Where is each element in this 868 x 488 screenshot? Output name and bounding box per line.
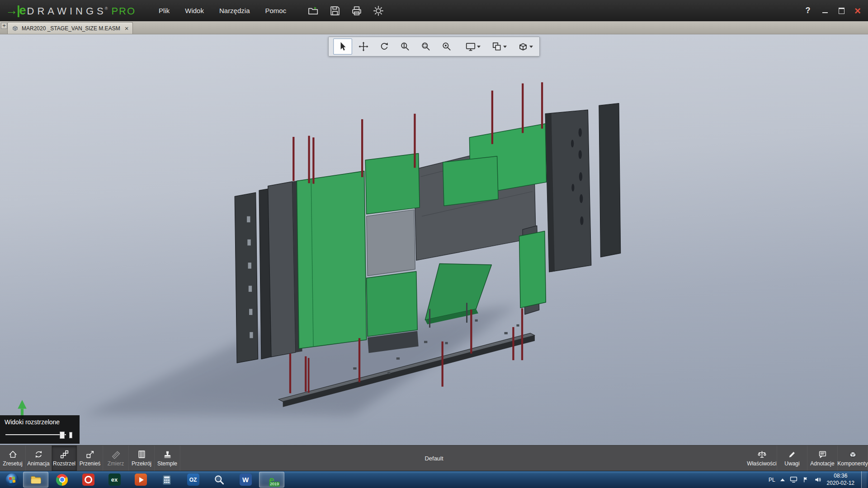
explode-button[interactable]: Rozstrzel	[52, 446, 77, 471]
tray-expand-icon[interactable]	[780, 479, 785, 481]
select-tool-button[interactable]	[333, 38, 352, 55]
new-tab-button[interactable]: +	[1, 23, 7, 29]
display-style-button[interactable]	[490, 38, 509, 55]
exploded-views-panel: Widoki rozstrzelone	[0, 415, 80, 444]
media-player-icon	[135, 474, 147, 486]
model-viewport[interactable]: Widoki rozstrzelone	[0, 34, 868, 445]
home-icon	[8, 450, 18, 459]
tray-display-icon[interactable]	[790, 476, 797, 483]
word-badge: W	[240, 474, 252, 486]
calculator-icon	[161, 474, 173, 486]
chrome-icon	[56, 474, 68, 486]
measure-button[interactable]: Zmierz	[103, 446, 129, 471]
edrawings-taskbar-icon: e 2019	[265, 474, 278, 486]
taskbar-explorer[interactable]	[23, 472, 48, 488]
move-component-icon	[85, 450, 95, 459]
stamps-button[interactable]: Stemple	[155, 446, 180, 471]
taskbar-excel-shortcut[interactable]: ex	[102, 472, 127, 488]
section-button[interactable]: Przekrój	[129, 446, 155, 471]
windows-orb-icon	[5, 473, 19, 487]
explode-slider-end	[69, 432, 72, 438]
explode-slider-track[interactable]	[5, 434, 66, 435]
tray-flag-icon[interactable]	[802, 476, 809, 483]
rotate-icon	[379, 41, 390, 52]
zoom-tool-button[interactable]	[396, 38, 415, 55]
tab-document-icon	[12, 25, 19, 32]
settings-gear-icon[interactable]	[371, 3, 386, 19]
document-tab[interactable]: MAR2020 _STAGE_VAN_SIZE M.EASM ×	[7, 22, 133, 34]
pan-tool-button[interactable]	[354, 38, 373, 55]
clock-date: 2020-02-12	[827, 480, 854, 486]
search-icon	[213, 474, 225, 486]
excel-badge: ex	[108, 474, 121, 486]
folder-icon	[30, 474, 42, 486]
comments-button[interactable]: Uwagi	[777, 446, 807, 471]
print-icon[interactable]	[349, 3, 364, 19]
cube-icon	[518, 41, 528, 52]
configuration-name: Default	[425, 455, 443, 462]
zoom-fit-icon	[441, 41, 452, 52]
tab-close-icon[interactable]: ×	[125, 26, 129, 31]
chevron-down-icon	[503, 46, 507, 48]
chevron-down-icon	[477, 46, 481, 48]
save-icon[interactable]	[327, 3, 343, 19]
taskbar-media-player[interactable]	[128, 472, 153, 488]
red-app-icon	[82, 474, 94, 486]
clock-time: 08:36	[834, 473, 847, 479]
menu-narzedzia[interactable]: Narzędzia	[212, 0, 258, 21]
section-icon	[137, 450, 146, 459]
windows-taskbar: ex OZ W e 2019 PL 08:36 2020-02-12	[0, 471, 868, 488]
logo-pro: PRO	[111, 5, 136, 17]
zoom-area-icon	[420, 41, 431, 52]
system-tray: PL 08:36 2020-02-12	[769, 471, 868, 488]
taskbar-search[interactable]	[207, 472, 232, 488]
taskbar-word[interactable]: W	[233, 472, 258, 488]
help-button[interactable]: ?	[800, 6, 816, 15]
document-tabbar: + MAR2020 _STAGE_VAN_SIZE M.EASM ×	[0, 21, 868, 34]
taskbar-outlook[interactable]: OZ	[180, 472, 206, 488]
stamp-icon	[163, 450, 172, 459]
logo-arrow-e-icon: →|e	[5, 4, 25, 18]
tray-clock[interactable]: 08:36 2020-02-12	[827, 473, 854, 487]
menu-pomoc[interactable]: Pomoc	[257, 0, 294, 21]
taskbar-chrome[interactable]	[49, 472, 75, 488]
pan-icon	[358, 41, 369, 52]
animation-button[interactable]: Animacja	[26, 446, 52, 471]
components-button[interactable]: Komponenty	[838, 446, 868, 471]
zoom-fit-button[interactable]	[437, 38, 456, 55]
tray-volume-icon[interactable]	[814, 476, 822, 483]
show-desktop-button[interactable]	[861, 471, 867, 488]
taskbar-edrawings[interactable]: e 2019	[259, 472, 284, 488]
annotations-button[interactable]: Adnotacje	[807, 446, 838, 471]
move-button[interactable]: Przenieś	[77, 446, 103, 471]
menu-plik[interactable]: Plik	[151, 0, 177, 21]
maximize-button[interactable]	[835, 5, 848, 17]
annotation-icon	[818, 450, 827, 459]
titlebar: →|e DRAWINGS ® PRO Plik Widok Narzędzia …	[0, 0, 868, 21]
select-arrow-icon	[337, 41, 348, 52]
zoom-area-button[interactable]	[416, 38, 435, 55]
explode-icon	[60, 450, 69, 459]
commandbar: Zresetuj Animacja Rozstrzel Przenieś Zmi…	[0, 445, 868, 471]
taskbar-app-red[interactable]	[75, 472, 101, 488]
logo-name: DRAWINGS	[27, 5, 107, 17]
explode-slider-handle[interactable]	[60, 432, 65, 439]
reset-button[interactable]: Zresetuj	[0, 446, 26, 471]
close-button[interactable]: ×	[851, 5, 864, 17]
exploded-assembly-canvas[interactable]	[0, 34, 868, 445]
start-button[interactable]	[2, 471, 23, 488]
explode-slider[interactable]	[5, 431, 75, 438]
scales-icon	[757, 450, 767, 459]
minimize-button[interactable]	[818, 5, 832, 17]
taskbar-calculator[interactable]	[154, 472, 179, 488]
appearance-icon	[491, 41, 502, 52]
open-file-icon[interactable]	[306, 3, 321, 19]
standard-views-button[interactable]	[516, 38, 535, 55]
view-orientation-button[interactable]	[463, 38, 482, 55]
language-indicator[interactable]: PL	[769, 477, 775, 483]
rotate-tool-button[interactable]	[375, 38, 394, 55]
menu-widok[interactable]: Widok	[177, 0, 212, 21]
tab-label: MAR2020 _STAGE_VAN_SIZE M.EASM	[22, 25, 120, 32]
monitor-icon	[465, 41, 476, 52]
properties-button[interactable]: Właściwości	[747, 446, 777, 471]
